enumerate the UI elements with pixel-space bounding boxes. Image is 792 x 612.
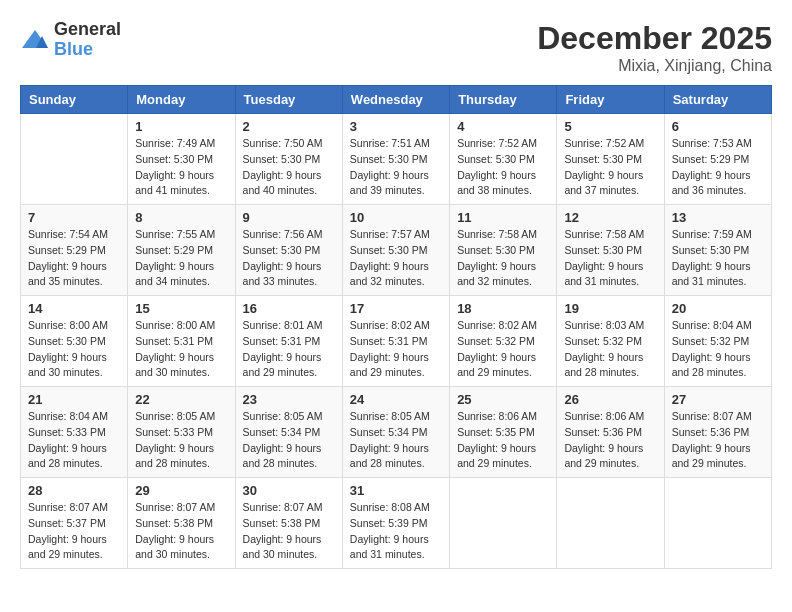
title-block: December 2025 Mixia, Xinjiang, China [537, 20, 772, 75]
day-info: Sunrise: 8:08 AMSunset: 5:39 PMDaylight:… [350, 500, 442, 563]
calendar-cell: 3Sunrise: 7:51 AMSunset: 5:30 PMDaylight… [342, 114, 449, 205]
day-number: 2 [243, 119, 335, 134]
day-number: 12 [564, 210, 656, 225]
day-info: Sunrise: 7:52 AMSunset: 5:30 PMDaylight:… [457, 136, 549, 199]
calendar-cell: 15Sunrise: 8:00 AMSunset: 5:31 PMDayligh… [128, 296, 235, 387]
calendar-cell: 6Sunrise: 7:53 AMSunset: 5:29 PMDaylight… [664, 114, 771, 205]
day-number: 21 [28, 392, 120, 407]
day-number: 17 [350, 301, 442, 316]
day-number: 16 [243, 301, 335, 316]
calendar-cell: 27Sunrise: 8:07 AMSunset: 5:36 PMDayligh… [664, 387, 771, 478]
day-info: Sunrise: 7:49 AMSunset: 5:30 PMDaylight:… [135, 136, 227, 199]
day-info: Sunrise: 7:54 AMSunset: 5:29 PMDaylight:… [28, 227, 120, 290]
day-number: 19 [564, 301, 656, 316]
day-number: 10 [350, 210, 442, 225]
day-number: 27 [672, 392, 764, 407]
logo: General Blue [20, 20, 121, 60]
day-info: Sunrise: 8:03 AMSunset: 5:32 PMDaylight:… [564, 318, 656, 381]
calendar-cell: 21Sunrise: 8:04 AMSunset: 5:33 PMDayligh… [21, 387, 128, 478]
day-info: Sunrise: 7:55 AMSunset: 5:29 PMDaylight:… [135, 227, 227, 290]
day-number: 11 [457, 210, 549, 225]
logo-line2: Blue [54, 40, 121, 60]
day-info: Sunrise: 8:02 AMSunset: 5:31 PMDaylight:… [350, 318, 442, 381]
calendar-cell: 22Sunrise: 8:05 AMSunset: 5:33 PMDayligh… [128, 387, 235, 478]
calendar-cell: 8Sunrise: 7:55 AMSunset: 5:29 PMDaylight… [128, 205, 235, 296]
day-info: Sunrise: 7:58 AMSunset: 5:30 PMDaylight:… [457, 227, 549, 290]
day-info: Sunrise: 7:56 AMSunset: 5:30 PMDaylight:… [243, 227, 335, 290]
calendar-cell: 26Sunrise: 8:06 AMSunset: 5:36 PMDayligh… [557, 387, 664, 478]
weekday-header-row: SundayMondayTuesdayWednesdayThursdayFrid… [21, 86, 772, 114]
day-number: 4 [457, 119, 549, 134]
calendar-cell: 18Sunrise: 8:02 AMSunset: 5:32 PMDayligh… [450, 296, 557, 387]
day-info: Sunrise: 7:59 AMSunset: 5:30 PMDaylight:… [672, 227, 764, 290]
calendar-week-row: 21Sunrise: 8:04 AMSunset: 5:33 PMDayligh… [21, 387, 772, 478]
day-number: 3 [350, 119, 442, 134]
day-info: Sunrise: 8:06 AMSunset: 5:35 PMDaylight:… [457, 409, 549, 472]
day-number: 23 [243, 392, 335, 407]
day-info: Sunrise: 7:58 AMSunset: 5:30 PMDaylight:… [564, 227, 656, 290]
calendar-cell: 31Sunrise: 8:08 AMSunset: 5:39 PMDayligh… [342, 478, 449, 569]
day-info: Sunrise: 7:52 AMSunset: 5:30 PMDaylight:… [564, 136, 656, 199]
calendar-cell: 24Sunrise: 8:05 AMSunset: 5:34 PMDayligh… [342, 387, 449, 478]
day-info: Sunrise: 7:50 AMSunset: 5:30 PMDaylight:… [243, 136, 335, 199]
calendar-cell: 23Sunrise: 8:05 AMSunset: 5:34 PMDayligh… [235, 387, 342, 478]
day-number: 28 [28, 483, 120, 498]
day-number: 29 [135, 483, 227, 498]
day-number: 9 [243, 210, 335, 225]
weekday-header-wednesday: Wednesday [342, 86, 449, 114]
calendar-cell: 17Sunrise: 8:02 AMSunset: 5:31 PMDayligh… [342, 296, 449, 387]
logo-line1: General [54, 20, 121, 40]
day-info: Sunrise: 8:07 AMSunset: 5:38 PMDaylight:… [243, 500, 335, 563]
day-info: Sunrise: 8:00 AMSunset: 5:31 PMDaylight:… [135, 318, 227, 381]
day-number: 20 [672, 301, 764, 316]
day-number: 5 [564, 119, 656, 134]
calendar-week-row: 28Sunrise: 8:07 AMSunset: 5:37 PMDayligh… [21, 478, 772, 569]
calendar-cell: 4Sunrise: 7:52 AMSunset: 5:30 PMDaylight… [450, 114, 557, 205]
day-info: Sunrise: 8:00 AMSunset: 5:30 PMDaylight:… [28, 318, 120, 381]
calendar-cell: 2Sunrise: 7:50 AMSunset: 5:30 PMDaylight… [235, 114, 342, 205]
calendar-cell: 29Sunrise: 8:07 AMSunset: 5:38 PMDayligh… [128, 478, 235, 569]
day-info: Sunrise: 7:57 AMSunset: 5:30 PMDaylight:… [350, 227, 442, 290]
day-number: 25 [457, 392, 549, 407]
weekday-header-saturday: Saturday [664, 86, 771, 114]
weekday-header-tuesday: Tuesday [235, 86, 342, 114]
calendar-cell: 13Sunrise: 7:59 AMSunset: 5:30 PMDayligh… [664, 205, 771, 296]
day-info: Sunrise: 8:05 AMSunset: 5:34 PMDaylight:… [350, 409, 442, 472]
calendar-cell: 1Sunrise: 7:49 AMSunset: 5:30 PMDaylight… [128, 114, 235, 205]
day-number: 6 [672, 119, 764, 134]
calendar-cell: 19Sunrise: 8:03 AMSunset: 5:32 PMDayligh… [557, 296, 664, 387]
calendar-cell: 14Sunrise: 8:00 AMSunset: 5:30 PMDayligh… [21, 296, 128, 387]
day-info: Sunrise: 8:07 AMSunset: 5:38 PMDaylight:… [135, 500, 227, 563]
weekday-header-monday: Monday [128, 86, 235, 114]
day-info: Sunrise: 8:01 AMSunset: 5:31 PMDaylight:… [243, 318, 335, 381]
weekday-header-friday: Friday [557, 86, 664, 114]
day-number: 8 [135, 210, 227, 225]
day-info: Sunrise: 8:05 AMSunset: 5:33 PMDaylight:… [135, 409, 227, 472]
calendar-cell [664, 478, 771, 569]
calendar-cell: 10Sunrise: 7:57 AMSunset: 5:30 PMDayligh… [342, 205, 449, 296]
day-number: 14 [28, 301, 120, 316]
calendar-cell: 25Sunrise: 8:06 AMSunset: 5:35 PMDayligh… [450, 387, 557, 478]
day-number: 15 [135, 301, 227, 316]
calendar-cell: 7Sunrise: 7:54 AMSunset: 5:29 PMDaylight… [21, 205, 128, 296]
month-title: December 2025 [537, 20, 772, 57]
weekday-header-thursday: Thursday [450, 86, 557, 114]
day-number: 22 [135, 392, 227, 407]
calendar-cell [21, 114, 128, 205]
calendar-cell [557, 478, 664, 569]
day-info: Sunrise: 8:06 AMSunset: 5:36 PMDaylight:… [564, 409, 656, 472]
location-title: Mixia, Xinjiang, China [537, 57, 772, 75]
day-number: 13 [672, 210, 764, 225]
page-header: General Blue December 2025 Mixia, Xinjia… [20, 20, 772, 75]
logo-icon [20, 28, 50, 52]
calendar-cell: 16Sunrise: 8:01 AMSunset: 5:31 PMDayligh… [235, 296, 342, 387]
day-number: 26 [564, 392, 656, 407]
calendar-cell: 5Sunrise: 7:52 AMSunset: 5:30 PMDaylight… [557, 114, 664, 205]
calendar-week-row: 7Sunrise: 7:54 AMSunset: 5:29 PMDaylight… [21, 205, 772, 296]
calendar-cell [450, 478, 557, 569]
day-info: Sunrise: 8:04 AMSunset: 5:33 PMDaylight:… [28, 409, 120, 472]
day-info: Sunrise: 8:07 AMSunset: 5:37 PMDaylight:… [28, 500, 120, 563]
calendar-cell: 11Sunrise: 7:58 AMSunset: 5:30 PMDayligh… [450, 205, 557, 296]
day-number: 30 [243, 483, 335, 498]
day-number: 1 [135, 119, 227, 134]
